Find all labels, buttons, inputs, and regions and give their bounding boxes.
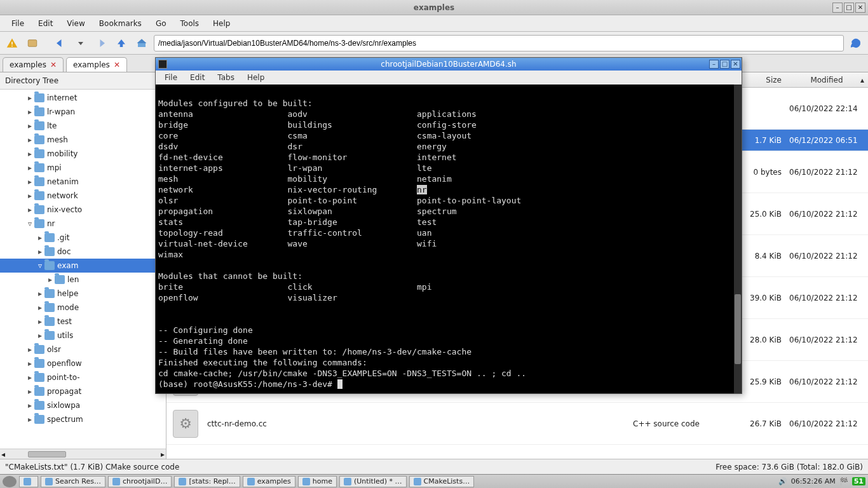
menu-go[interactable]: Go xyxy=(149,17,173,30)
tree-twisty-icon[interactable]: ▸ xyxy=(25,359,34,368)
term-menu-edit[interactable]: Edit xyxy=(185,72,210,83)
terminal-maximize-button[interactable]: □ xyxy=(720,60,729,69)
terminal-close-button[interactable]: ✕ xyxy=(731,60,740,69)
terminal-window[interactable]: chrootjailDebian10BusterAMD64.sh – □ ✕ F… xyxy=(155,57,742,394)
tray-volume-icon[interactable]: 🔊 xyxy=(778,477,787,485)
tree-item-mesh[interactable]: ▸mesh xyxy=(0,133,166,147)
tree-twisty-icon[interactable]: ▸ xyxy=(36,303,44,312)
tree-item-lr-wpan[interactable]: ▸lr-wpan xyxy=(0,105,166,119)
taskbar-app[interactable]: (Untitled) * … xyxy=(339,476,407,487)
tree-item-sixlowpa[interactable]: ▸sixlowpa xyxy=(0,398,166,412)
tree-item-len[interactable]: ▸len xyxy=(0,273,166,287)
back-history-dropdown[interactable] xyxy=(72,35,89,51)
menu-file[interactable]: File xyxy=(5,17,31,30)
tab-examples-1[interactable]: examples ✕ xyxy=(3,57,64,72)
tree-item-test[interactable]: ▸test xyxy=(0,315,166,329)
menu-view[interactable]: View xyxy=(60,17,91,30)
up-button[interactable] xyxy=(113,35,130,51)
taskbar-app[interactable]: chrootjailD… xyxy=(108,476,172,487)
tree-twisty-icon[interactable]: ▸ xyxy=(25,163,34,172)
term-menu-file[interactable]: File xyxy=(159,72,182,83)
col-modified[interactable]: Modified ▴ xyxy=(785,76,868,85)
menu-edit[interactable]: Edit xyxy=(32,17,59,30)
tab-examples-2[interactable]: examples ✕ xyxy=(66,57,127,72)
directory-tree[interactable]: ▸internet▸lr-wpan▸lte▸mesh▸mobility▸mpi▸… xyxy=(0,90,166,449)
tree-twisty-icon[interactable]: ▸ xyxy=(25,387,34,396)
tree-item-internet[interactable]: ▸internet xyxy=(0,91,166,105)
tree-twisty-icon[interactable]: ▸ xyxy=(25,373,34,382)
tree-item-nr[interactable]: ▿nr xyxy=(0,217,166,231)
menu-bookmarks[interactable]: Bookmarks xyxy=(93,17,148,30)
taskbar-app[interactable]: [stats: Repl… xyxy=(174,476,240,487)
tree-twisty-icon[interactable]: ▿ xyxy=(25,219,34,228)
window-minimize-button[interactable]: – xyxy=(832,3,843,13)
tree-item-mobility[interactable]: ▸mobility xyxy=(0,147,166,161)
terminal-titlebar[interactable]: chrootjailDebian10BusterAMD64.sh – □ ✕ xyxy=(156,58,742,71)
tree-twisty-icon[interactable]: ▸ xyxy=(25,121,34,130)
tree-twisty-icon[interactable]: ▸ xyxy=(36,331,44,340)
tree-twisty-icon[interactable]: ▸ xyxy=(25,177,34,186)
tab-close-icon[interactable]: ✕ xyxy=(50,60,57,69)
tree-item-propagat[interactable]: ▸propagat xyxy=(0,384,166,398)
tree-item-lte[interactable]: ▸lte xyxy=(0,119,166,133)
tree-item-doc[interactable]: ▸doc xyxy=(0,245,166,259)
window-maximize-button[interactable]: □ xyxy=(844,3,854,13)
tree-item-mode[interactable]: ▸mode xyxy=(0,301,166,315)
window-close-button[interactable]: ✕ xyxy=(855,3,865,13)
tree-item-nix-vecto[interactable]: ▸nix-vecto xyxy=(0,203,166,217)
address-bar[interactable] xyxy=(154,35,844,51)
tree-twisty-icon[interactable]: ▸ xyxy=(36,247,44,256)
tree-twisty-icon[interactable]: ▸ xyxy=(25,107,34,116)
forward-button[interactable] xyxy=(93,35,109,51)
tree-twisty-icon[interactable]: ▸ xyxy=(25,93,34,102)
col-size[interactable]: Size xyxy=(741,76,785,85)
tree-item-point-to-[interactable]: ▸point-to- xyxy=(0,370,166,384)
tree-item-spectrum[interactable]: ▸spectrum xyxy=(0,412,166,426)
taskbar-app[interactable] xyxy=(19,476,38,487)
tree-item-netanim[interactable]: ▸netanim xyxy=(0,175,166,189)
tree-item-helpe[interactable]: ▸helpe xyxy=(0,287,166,301)
main-menubar: File Edit View Bookmarks Go Tools Help xyxy=(0,15,868,32)
menu-help[interactable]: Help xyxy=(207,17,236,30)
address-input[interactable] xyxy=(158,39,839,48)
menu-tools[interactable]: Tools xyxy=(174,17,206,30)
back-button[interactable] xyxy=(52,35,69,51)
tree-horizontal-scrollbar[interactable]: ◂▸ xyxy=(0,449,166,459)
terminal-scrollbar[interactable] xyxy=(734,85,742,393)
new-window-icon[interactable] xyxy=(24,35,41,51)
tree-twisty-icon[interactable]: ▸ xyxy=(25,149,34,158)
terminal-minimize-button[interactable]: – xyxy=(709,60,719,69)
term-menu-help[interactable]: Help xyxy=(242,72,269,83)
tree-item-mpi[interactable]: ▸mpi xyxy=(0,161,166,175)
tree-item-olsr[interactable]: ▸olsr xyxy=(0,342,166,356)
tree-twisty-icon[interactable]: ▸ xyxy=(46,275,55,284)
tree-twisty-icon[interactable]: ▸ xyxy=(36,289,44,298)
tree-twisty-icon[interactable]: ▸ xyxy=(25,205,34,214)
home-button[interactable] xyxy=(133,35,150,51)
taskbar-app[interactable]: examples xyxy=(243,476,295,487)
tree-twisty-icon[interactable]: ▿ xyxy=(36,261,44,270)
go-button[interactable] xyxy=(848,35,864,51)
tree-item-utils[interactable]: ▸utils xyxy=(0,329,166,342)
tree-item-.git[interactable]: ▸.git xyxy=(0,231,166,245)
tree-twisty-icon[interactable]: ▸ xyxy=(25,401,34,410)
terminal-output[interactable]: Modules configured to be built: antenna … xyxy=(156,85,742,393)
tree-twisty-icon[interactable]: ▸ xyxy=(36,233,44,242)
start-button[interactable] xyxy=(3,476,17,487)
tree-twisty-icon[interactable]: ▸ xyxy=(25,191,34,200)
tree-twisty-icon[interactable]: ▸ xyxy=(25,345,34,354)
term-menu-tabs[interactable]: Tabs xyxy=(212,72,240,83)
tree-twisty-icon[interactable]: ▸ xyxy=(25,135,34,144)
tree-item-network[interactable]: ▸network xyxy=(0,189,166,203)
tab-close-icon[interactable]: ✕ xyxy=(114,60,120,69)
taskbar-app[interactable]: CMakeLists… xyxy=(409,476,475,487)
file-row[interactable]: cttc-nr-demo.ccC++ source code26.7 KiB06… xyxy=(166,403,868,445)
tree-twisty-icon[interactable]: ▸ xyxy=(25,415,34,424)
alert-icon[interactable] xyxy=(4,35,20,51)
tree-twisty-icon[interactable]: ▸ xyxy=(36,317,44,326)
tree-item-exam[interactable]: ▿exam xyxy=(0,259,166,273)
taskbar-app[interactable]: Search Res… xyxy=(41,476,105,487)
tree-item-openflow[interactable]: ▸openflow xyxy=(0,356,166,370)
tray-flag-icon[interactable]: 🏁 xyxy=(839,477,848,485)
taskbar-app[interactable]: home xyxy=(298,476,337,487)
